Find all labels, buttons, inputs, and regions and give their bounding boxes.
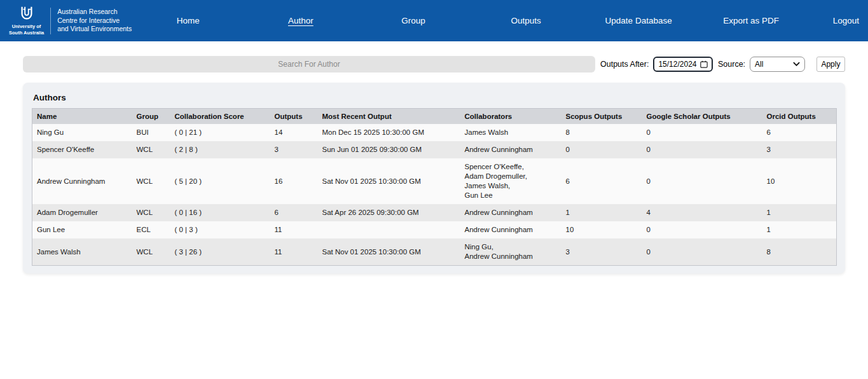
cell-most-recent: Sat Nov 01 2025 10:30:00 GM (318, 158, 460, 204)
cell-collab-score: ( 3 | 26 ) (170, 238, 270, 266)
col-header-collaborators: Collaborators (460, 109, 561, 125)
table-row: Andrew Cunningham WCL ( 5 | 20 ) 16 Sat … (32, 158, 837, 204)
cell-google-scholar: 4 (642, 204, 762, 221)
cell-scopus: 8 (561, 124, 642, 141)
nav-item-logout[interactable]: Logout (808, 16, 868, 25)
authors-title: Authors (33, 93, 836, 102)
calendar-icon[interactable] (700, 60, 708, 68)
top-navbar: University of South Australia Australian… (0, 0, 868, 41)
cell-most-recent: Sun Jun 01 2025 09:30:00 GM (318, 141, 460, 158)
cell-collaborators: James Walsh (460, 124, 561, 141)
search-input[interactable] (23, 56, 595, 72)
cell-collab-score: ( 5 | 20 ) (170, 158, 270, 204)
nav-item-home[interactable]: Home (132, 16, 244, 25)
cell-most-recent: Sat Apr 26 2025 09:30:00 GM (318, 204, 460, 221)
brand-logo: University of South Australia Australian… (0, 0, 132, 41)
table-row: Gun Lee ECL ( 0 | 3 ) 11 Andrew Cunningh… (32, 221, 837, 238)
cell-orcid: 6 (762, 124, 837, 141)
date-value: 15/12/2024 (658, 60, 696, 69)
table-row: Ning Gu BUI ( 0 | 21 ) 14 Mon Dec 15 202… (32, 124, 837, 141)
cell-orcid: 3 (762, 141, 837, 158)
col-header-most-recent-output: Most Recent Output (318, 109, 460, 125)
cell-outputs: 14 (270, 124, 318, 141)
source-label: Source: (718, 60, 745, 69)
nav-item-outputs[interactable]: Outputs (470, 16, 582, 25)
nav-item-author[interactable]: Author (244, 16, 357, 25)
cell-outputs: 11 (270, 221, 318, 238)
cell-group: ECL (132, 221, 170, 238)
col-header-collaboration-score: Collaboration Score (170, 109, 270, 125)
cell-scopus: 0 (561, 141, 642, 158)
cell-orcid: 10 (762, 158, 837, 204)
col-header-orcid-outputs: Orcid Outputs (762, 109, 837, 125)
cell-group: BUI (132, 124, 170, 141)
cell-collaborators: Andrew Cunningham (460, 141, 561, 158)
cell-group: WCL (132, 204, 170, 221)
source-select[interactable]: All (750, 57, 805, 72)
cell-google-scholar: 0 (642, 141, 762, 158)
cell-outputs: 3 (270, 141, 318, 158)
cell-collab-score: ( 0 | 21 ) (170, 124, 270, 141)
nav-item-export-pdf[interactable]: Export as PDF (695, 16, 808, 25)
outputs-after-date-input[interactable]: 15/12/2024 (653, 57, 713, 72)
cell-name: James Walsh (32, 238, 132, 266)
cell-name: Ning Gu (32, 124, 132, 141)
cell-name: Gun Lee (32, 221, 132, 238)
table-header-row: Name Group Collaboration Score Outputs M… (32, 109, 837, 125)
cell-collaborators: Ning Gu, Andrew Cunningham (460, 238, 561, 266)
nav-item-group[interactable]: Group (357, 16, 469, 25)
table-row: James Walsh WCL ( 3 | 26 ) 11 Sat Nov 01… (32, 238, 837, 266)
nav-links: Home Author Group Outputs Update Databas… (132, 0, 868, 41)
source-selected-value: All (755, 60, 763, 69)
cell-google-scholar: 0 (642, 238, 762, 266)
cell-name: Andrew Cunningham (32, 158, 132, 204)
nav-item-update-database[interactable]: Update Database (582, 16, 695, 25)
cell-orcid: 1 (762, 221, 837, 238)
cell-group: WCL (132, 141, 170, 158)
cell-google-scholar: 0 (642, 158, 762, 204)
cell-outputs: 6 (270, 204, 318, 221)
cell-scopus: 3 (561, 238, 642, 266)
cell-outputs: 11 (270, 238, 318, 266)
cell-most-recent: Mon Dec 15 2025 10:30:00 GM (318, 124, 460, 141)
authors-card: Authors Name Group Collaboration Score O… (23, 83, 845, 273)
filter-bar: Outputs After: 15/12/2024 Source: All Ap… (23, 56, 845, 72)
university-name: University of South Australia (9, 24, 44, 36)
cell-collaborators: Andrew Cunningham (460, 204, 561, 221)
cell-most-recent: Sat Nov 01 2025 10:30:00 GM (318, 238, 460, 266)
cell-group: WCL (132, 238, 170, 266)
cell-scopus: 10 (561, 221, 642, 238)
table-row: Adam Drogemuller WCL ( 0 | 16 ) 6 Sat Ap… (32, 204, 837, 221)
cell-name: Adam Drogemuller (32, 204, 132, 221)
cell-collab-score: ( 0 | 3 ) (170, 221, 270, 238)
cell-most-recent (318, 221, 460, 238)
unisa-logo: University of South Australia (9, 6, 44, 36)
authors-table: Name Group Collaboration Score Outputs M… (32, 108, 837, 266)
cell-google-scholar: 0 (642, 221, 762, 238)
cell-collaborators: Spencer O'Keeffe, Adam Drogemuller, Jame… (460, 158, 561, 204)
col-header-name: Name (32, 109, 132, 125)
cell-scopus: 6 (561, 158, 642, 204)
cell-orcid: 8 (762, 238, 837, 266)
organisation-name: Australian Research Centre for Interacti… (57, 8, 132, 34)
apply-button[interactable]: Apply (816, 57, 845, 72)
col-header-outputs: Outputs (270, 109, 318, 125)
cell-orcid: 1 (762, 204, 837, 221)
table-row: Spencer O'Keeffe WCL ( 2 | 8 ) 3 Sun Jun… (32, 141, 837, 158)
unisa-shield-icon (19, 6, 34, 22)
col-header-scopus-outputs: Scopus Outputs (561, 109, 642, 125)
outputs-after-label: Outputs After: (600, 60, 649, 69)
cell-collaborators: Andrew Cunningham (460, 221, 561, 238)
brand-divider (50, 8, 51, 34)
cell-google-scholar: 0 (642, 124, 762, 141)
cell-collab-score: ( 0 | 16 ) (170, 204, 270, 221)
cell-name: Spencer O'Keeffe (32, 141, 132, 158)
col-header-google-scholar-outputs: Google Scholar Outputs (642, 109, 762, 125)
cell-collab-score: ( 2 | 8 ) (170, 141, 270, 158)
cell-scopus: 1 (561, 204, 642, 221)
col-header-group: Group (132, 109, 170, 125)
chevron-down-icon (793, 62, 800, 67)
cell-outputs: 16 (270, 158, 318, 204)
cell-group: WCL (132, 158, 170, 204)
